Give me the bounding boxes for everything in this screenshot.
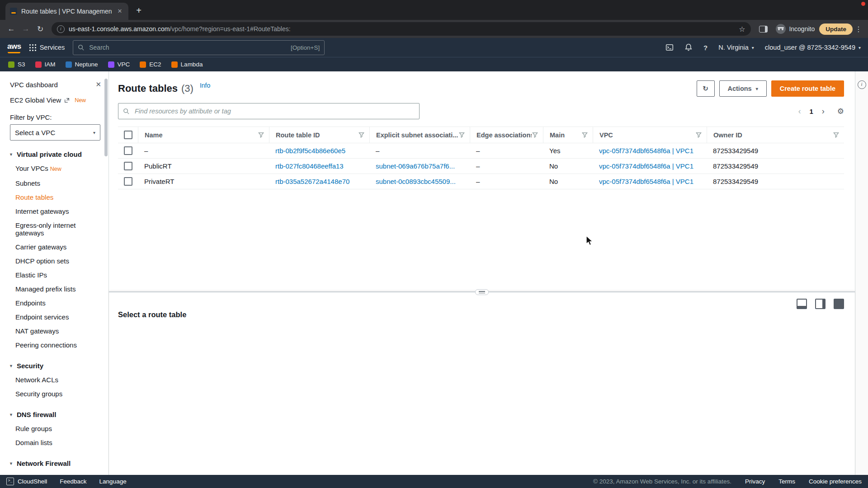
new-tab-button[interactable]: + [132,4,146,18]
tab-close-icon[interactable]: ✕ [116,7,124,15]
section-heading-virtual-private-cloud[interactable]: ▼Virtual private cloud [0,150,108,161]
browser-menu-icon[interactable]: ⋮ [854,25,863,33]
favorite-iam[interactable]: IAM [35,61,56,68]
sidebar-item-security-groups[interactable]: Security groups [0,387,108,401]
filter-icon[interactable] [458,131,465,138]
sidebar-close-icon[interactable]: ✕ [95,80,101,89]
column-header-vpc[interactable]: VPC [593,127,707,143]
browser-update-button[interactable]: Update [819,23,853,35]
footer-privacy[interactable]: Privacy [745,478,765,485]
table-settings-gear-icon[interactable]: ⚙ [837,107,844,116]
next-page-icon[interactable]: › [817,107,829,116]
footer-language[interactable]: Language [99,478,127,485]
favorite-lambda[interactable]: Lambda [171,61,203,68]
footer-terms[interactable]: Terms [778,478,795,485]
back-icon[interactable]: ← [5,22,18,36]
sidebar-item-rule-groups[interactable]: Rule groups [0,422,108,436]
filter-icon[interactable] [358,131,365,138]
aws-search-box[interactable]: [Option+S] [73,40,325,55]
vpc-select[interactable]: Select a VPC ▾ [10,124,100,141]
filter-icon[interactable] [695,131,702,138]
aws-logo[interactable]: aws [7,42,21,53]
route-table-id-link[interactable]: rtb-027fc80468eeffa13 [269,162,369,170]
subnet-link[interactable]: subnet-069a676b75a7f6... [369,162,470,170]
forward-icon[interactable]: → [19,22,33,36]
table-row[interactable]: PublicRT rtb-027fc80468eeffa13 subnet-06… [118,159,844,174]
region-selector[interactable]: N. Virginia ▾ [718,44,754,51]
sidebar-item-domain-lists[interactable]: Domain lists [0,436,108,450]
page-number[interactable]: 1 [806,108,817,115]
sidebar-item-ec2-global-view[interactable]: EC2 Global View New [0,89,108,104]
row-checkbox[interactable] [124,146,132,155]
column-header-edge-associations[interactable]: Edge associations [470,127,543,143]
favorite-ec2[interactable]: EC2 [140,61,161,68]
column-header-route-table-id[interactable]: Route table ID [269,127,369,143]
column-header-main[interactable]: Main [543,127,593,143]
route-table-id-link[interactable]: rtb-0b2f9f5c4b86e60e5 [269,147,369,155]
sidebar-item-egress-only-internet-gateways[interactable]: Egress-only internet gateways [0,218,108,240]
column-header-select-all[interactable] [118,127,138,143]
info-link[interactable]: Info [200,82,210,89]
sidebar-item-internet-gateways[interactable]: Internet gateways [0,204,108,218]
row-checkbox[interactable] [124,162,132,170]
help-icon[interactable]: ? [703,44,708,52]
actions-button[interactable]: Actions▾ [719,80,767,97]
footer-feedback[interactable]: Feedback [60,478,86,485]
split-panel-drag-handle[interactable] [475,289,489,295]
refresh-button[interactable]: ↻ [697,80,715,97]
panel-position-bottom-icon[interactable] [797,299,807,309]
table-row[interactable]: PrivateRT rtb-035a52672a4148e70 subnet-0… [118,174,844,189]
bookmark-star-icon[interactable]: ☆ [736,25,747,33]
site-info-icon[interactable]: i [57,25,65,33]
cloudshell-terminal-icon[interactable] [665,43,674,52]
favorite-vpc[interactable]: VPC [108,61,130,68]
filter-icon[interactable] [581,131,588,138]
column-header-owner-id[interactable]: Owner ID [707,127,844,143]
info-panel-icon[interactable]: i [858,80,866,89]
section-heading-dns-firewall[interactable]: ▼DNS firewall [0,411,108,422]
section-heading-network-firewall[interactable]: ▼Network Firewall [0,460,108,470]
sidebar-item-your-vpcs[interactable]: Your VPCsNew [0,161,108,176]
vpc-link[interactable]: vpc-05f7374dbf6548f6a | VPC1 [593,162,707,170]
favorite-neptune[interactable]: Neptune [66,61,98,68]
filter-icon[interactable] [833,131,840,138]
panel-fullscreen-icon[interactable] [834,299,844,309]
sidebar-item-dhcp-option-sets[interactable]: DHCP option sets [0,254,108,268]
create-route-table-button[interactable]: Create route table [771,80,844,97]
account-menu[interactable]: cloud_user @ 8725-3342-9549 ▾ [765,44,861,51]
footer-cookie-preferences[interactable]: Cookie preferences [809,478,862,485]
filter-icon[interactable] [532,131,538,138]
services-menu[interactable]: Services [29,44,65,51]
side-panel-icon[interactable] [759,26,768,33]
row-checkbox[interactable] [124,177,132,186]
favorite-s3[interactable]: S3 [8,61,25,68]
browser-tab[interactable]: Route tables | VPC Managemen ✕ [5,3,128,20]
route-table-id-link[interactable]: rtb-035a52672a4148e70 [269,178,369,185]
section-heading-security[interactable]: ▼Security [0,362,108,373]
sidebar-item-nat-gateways[interactable]: NAT gateways [0,324,108,338]
filter-icon[interactable] [258,131,264,138]
column-header-name[interactable]: Name [138,127,269,143]
footer-cloudshell[interactable]: >_ CloudShell [6,478,47,485]
select-all-checkbox[interactable] [124,131,132,139]
sidebar-item-peering-connections[interactable]: Peering connections [0,338,108,352]
previous-page-icon[interactable]: ‹ [794,107,806,116]
sidebar-item-endpoint-services[interactable]: Endpoint services [0,310,108,324]
panel-position-side-icon[interactable] [815,299,826,309]
url-bar[interactable]: i us-east-1.console.aws.amazon.com/vpc/h… [52,22,751,36]
table-row[interactable]: – rtb-0b2f9f5c4b86e60e5 – – Yes vpc-05f7… [118,143,844,159]
sidebar-item-route-tables[interactable]: Route tables [0,190,108,204]
sidebar-item-firewalls[interactable]: Firewalls [0,470,108,475]
vpc-link[interactable]: vpc-05f7374dbf6548f6a | VPC1 [593,147,707,155]
sidebar-item-endpoints[interactable]: Endpoints [0,296,108,310]
sidebar-item-network-acls[interactable]: Network ACLs [0,373,108,387]
resource-filter-input[interactable] [134,107,415,115]
notifications-bell-icon[interactable] [684,43,693,52]
sidebar-item-managed-prefix-lists[interactable]: Managed prefix lists [0,282,108,296]
sidebar-item-carrier-gateways[interactable]: Carrier gateways [0,240,108,254]
reload-icon[interactable]: ↻ [33,22,47,36]
aws-search-input[interactable] [88,43,287,52]
sidebar-item-elastic-ips[interactable]: Elastic IPs [0,268,108,282]
vpc-link[interactable]: vpc-05f7374dbf6548f6a | VPC1 [593,178,707,185]
sidebar-title[interactable]: VPC dashboard [10,81,58,89]
